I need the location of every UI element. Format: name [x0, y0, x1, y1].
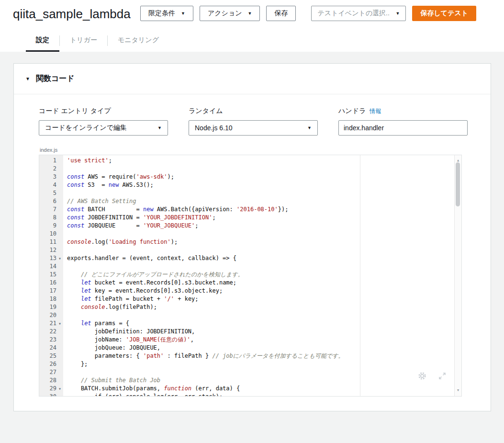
- code-line[interactable]: BATCH.submitJob(params, function (err, d…: [67, 385, 461, 393]
- gutter-line: 10: [39, 230, 63, 238]
- code-line[interactable]: [67, 230, 461, 238]
- tab-bar: 設定 トリガー モニタリング: [13, 23, 491, 52]
- editor-fullscreen-icon[interactable]: [438, 372, 447, 380]
- page-content: ▼ 関数コード コード エントリ タイプ コードをインラインで編集 ▼ ランタイ…: [0, 52, 504, 411]
- fold-toggle-icon[interactable]: ▾: [56, 254, 63, 262]
- actions-button-label: アクション: [208, 9, 242, 18]
- function-code-body: コード エントリ タイプ コードをインラインで編集 ▼ ランタイム Node.j…: [14, 94, 491, 411]
- handler-label-text: ハンドラ: [338, 107, 366, 114]
- code-line[interactable]: console.log(filePath);: [67, 303, 461, 311]
- code-line[interactable]: let params = {: [67, 319, 461, 328]
- gutter-line: 25: [39, 352, 63, 360]
- gutter-line: 14: [39, 262, 63, 271]
- code-line[interactable]: if (err) console.log(err, err.stack);: [67, 393, 461, 396]
- info-link[interactable]: 情報: [370, 108, 381, 114]
- print-margin: [360, 155, 360, 396]
- save-button[interactable]: 保存: [266, 6, 296, 21]
- save-and-test-button[interactable]: 保存してテスト: [412, 6, 476, 21]
- editor-settings-gear-icon[interactable]: [418, 372, 426, 380]
- scroll-down-icon[interactable]: ▼: [455, 386, 461, 395]
- runtime-value: Node.js 6.10: [195, 124, 233, 132]
- code-line[interactable]: [67, 189, 461, 197]
- code-line[interactable]: [67, 165, 461, 173]
- console-topbar: qiita_sample_lambda 限定条件 ▼ アクション ▼ 保存 テス…: [0, 0, 504, 52]
- gutter-line: 12: [39, 246, 63, 254]
- field-handler: ハンドラ情報: [338, 107, 468, 136]
- tab-triggers[interactable]: トリガー: [60, 31, 107, 52]
- gutter-line: 29▾: [39, 385, 63, 393]
- code-line[interactable]: [67, 368, 461, 376]
- code-line[interactable]: 'use strict';: [67, 157, 461, 165]
- test-event-select-value: テストイベントの選択..: [317, 9, 389, 18]
- code-entry-type-select[interactable]: コードをインラインで編集 ▼: [39, 120, 168, 136]
- runtime-label: ランタイム: [189, 107, 318, 115]
- code-line[interactable]: const AWS = require('aws-sdk');: [67, 173, 461, 181]
- fold-toggle-icon[interactable]: ▾: [56, 319, 63, 328]
- runtime-select[interactable]: Node.js 6.10 ▼: [189, 120, 318, 136]
- code-line[interactable]: parameters: { 'path' : filePath } // job…: [67, 352, 461, 360]
- gutter-line: 2: [39, 165, 63, 173]
- code-line[interactable]: // AWS Batch Setting: [67, 197, 461, 205]
- code-line[interactable]: const BATCH = new AWS.Batch({apiVersion:…: [67, 205, 461, 214]
- code-line[interactable]: jobDefinition: JOBDEFINITION,: [67, 328, 461, 336]
- gutter-line: 19: [39, 303, 63, 311]
- code-editor[interactable]: 12345678910111213▾1415161718192021▾22232…: [39, 155, 462, 397]
- code-line[interactable]: let bucket = event.Records[0].s3.bucket.…: [67, 279, 461, 287]
- handler-label: ハンドラ情報: [338, 107, 468, 115]
- code-line[interactable]: console.log('Loading function');: [67, 238, 461, 246]
- code-line[interactable]: let key = event.Records[0].s3.object.key…: [67, 287, 461, 295]
- code-entry-type-label: コード エントリ タイプ: [39, 107, 168, 115]
- test-event-select[interactable]: テストイベントの選択.. ▼: [311, 6, 406, 21]
- gutter-line: 8: [39, 214, 63, 222]
- gutter-line: 30: [39, 393, 63, 397]
- code-line[interactable]: [67, 246, 461, 254]
- code-content[interactable]: 'use strict';const AWS = require('aws-sd…: [63, 155, 461, 396]
- chevron-down-icon: ▼: [396, 11, 400, 16]
- code-line[interactable]: jobQueue: JOBQUEUE,: [67, 344, 461, 352]
- scrollbar-thumb[interactable]: [456, 162, 460, 206]
- function-name: qiita_sample_lambda: [13, 5, 140, 23]
- qualifier-button-label: 限定条件: [148, 9, 175, 18]
- file-tab-index-js[interactable]: index.js: [39, 147, 67, 155]
- code-line[interactable]: // どこにファイルがアップロードされたのかを検知します。: [67, 271, 461, 279]
- actions-button[interactable]: アクション ▼: [200, 6, 260, 21]
- field-code-entry-type: コード エントリ タイプ コードをインラインで編集 ▼: [39, 107, 168, 136]
- qualifier-button[interactable]: 限定条件 ▼: [140, 6, 193, 21]
- code-line[interactable]: const JOBQUEUE = 'YOUR_JOBQUEUE';: [67, 222, 461, 230]
- gutter-line: 22: [39, 328, 63, 336]
- code-line[interactable]: [67, 262, 461, 271]
- code-line[interactable]: };: [67, 360, 461, 368]
- gutter-line: 13▾: [39, 254, 63, 262]
- gutter-line: 16: [39, 279, 63, 287]
- code-settings-form: コード エントリ タイプ コードをインラインで編集 ▼ ランタイム Node.j…: [39, 107, 475, 136]
- editor-scrollbar[interactable]: ▲ ▼: [454, 155, 461, 396]
- chevron-down-icon: ▼: [248, 11, 252, 16]
- gutter-line: 4: [39, 181, 63, 189]
- header-actions: 限定条件 ▼ アクション ▼ 保存 テストイベントの選択.. ▼ 保存してテスト: [140, 6, 476, 21]
- tab-monitoring[interactable]: モニタリング: [108, 31, 169, 52]
- gutter-line: 6: [39, 197, 63, 205]
- tab-configuration[interactable]: 設定: [26, 31, 59, 52]
- function-code-section-header[interactable]: ▼ 関数コード: [14, 64, 491, 94]
- code-line[interactable]: const S3 = new AWS.S3();: [67, 181, 461, 189]
- code-entry-type-value: コードをインラインで編集: [45, 124, 127, 132]
- gutter-line: 3: [39, 173, 63, 181]
- code-line[interactable]: jobName: 'JOB_NAME(任意の値)',: [67, 336, 461, 344]
- code-line[interactable]: [67, 311, 461, 319]
- gutter-line: 23: [39, 336, 63, 344]
- chevron-down-icon: ▼: [181, 11, 185, 16]
- field-runtime: ランタイム Node.js 6.10 ▼: [189, 107, 318, 136]
- section-title: 関数コード: [36, 74, 75, 84]
- gutter-line: 5: [39, 189, 63, 197]
- gutter-line: 21▾: [39, 319, 63, 328]
- code-line[interactable]: const JOBDEFINITION = 'YOUR_JOBDEFINITIO…: [67, 214, 461, 222]
- gutter-line: 17: [39, 287, 63, 295]
- code-line[interactable]: let filePath = bucket + '/' + key;: [67, 295, 461, 303]
- code-line[interactable]: // Submit the Batch Job: [67, 376, 461, 385]
- code-line[interactable]: exports.handler = (event, context, callb…: [67, 254, 461, 262]
- handler-input[interactable]: [338, 120, 468, 136]
- function-code-panel: ▼ 関数コード コード エントリ タイプ コードをインラインで編集 ▼ ランタイ…: [13, 63, 491, 411]
- gutter-line: 28: [39, 376, 63, 385]
- gutter-line: 9: [39, 222, 63, 230]
- fold-toggle-icon[interactable]: ▾: [56, 385, 63, 393]
